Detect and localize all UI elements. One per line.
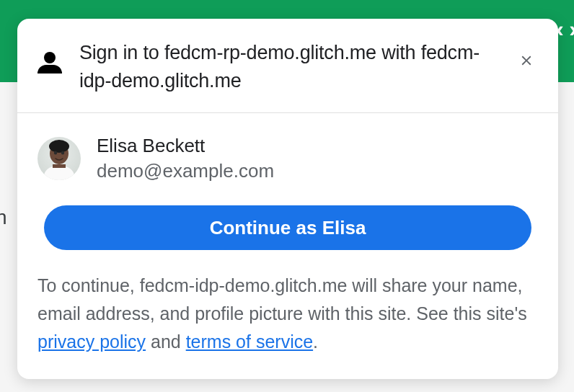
account-name: Elisa Beckett	[97, 135, 274, 157]
disclosure-prefix: To continue, fedcm-idp-demo.glitch.me wi…	[37, 275, 527, 324]
background-glyph: ›	[569, 16, 574, 43]
svg-point-3	[54, 151, 57, 155]
person-icon	[37, 52, 62, 74]
svg-point-2	[49, 140, 69, 153]
background-glyph: n	[0, 206, 7, 229]
avatar	[37, 137, 81, 180]
svg-rect-5	[53, 164, 66, 168]
terms-of-service-link[interactable]: terms of service	[186, 331, 313, 352]
fedcm-signin-dialog: Sign in to fedcm-rp-demo.glitch.me with …	[17, 19, 558, 379]
disclosure-text: To continue, fedcm-idp-demo.glitch.me wi…	[37, 272, 538, 355]
dialog-title: Sign in to fedcm-rp-demo.glitch.me with …	[79, 39, 498, 95]
close-button[interactable]	[515, 49, 538, 72]
disclosure-suffix: .	[313, 331, 318, 352]
dialog-body: Elisa Beckett demo@example.com Continue …	[17, 113, 558, 378]
disclosure-middle: and	[146, 331, 186, 352]
account-info: Elisa Beckett demo@example.com	[97, 135, 274, 182]
svg-point-4	[61, 151, 64, 155]
account-row[interactable]: Elisa Beckett demo@example.com	[37, 135, 538, 182]
continue-button[interactable]: Continue as Elisa	[44, 205, 531, 250]
close-icon	[518, 53, 534, 68]
privacy-policy-link[interactable]: privacy policy	[37, 331, 146, 352]
dialog-header: Sign in to fedcm-rp-demo.glitch.me with …	[17, 19, 558, 113]
account-email: demo@example.com	[97, 160, 274, 182]
